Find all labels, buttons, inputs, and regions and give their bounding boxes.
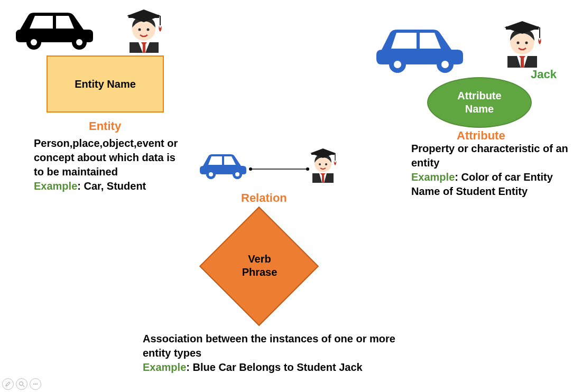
relation-line (247, 164, 311, 173)
more-icon[interactable] (30, 378, 41, 390)
svg-point-11 (209, 172, 213, 176)
zoom-icon[interactable] (16, 378, 27, 390)
car-blue-small-icon (196, 149, 248, 182)
svg-point-7 (147, 29, 150, 31)
entity-title: Entity (89, 119, 121, 133)
pen-icon[interactable] (2, 378, 14, 390)
entity-example-label: Example (34, 180, 77, 192)
entity-rectangle: Entity Name (47, 55, 164, 113)
svg-rect-21 (311, 153, 335, 155)
svg-point-24 (394, 61, 401, 68)
attribute-ellipse: Attribute Name (427, 77, 532, 128)
attribute-example-label: Example (411, 171, 455, 183)
toolbar (2, 378, 41, 390)
svg-point-29 (517, 42, 520, 44)
student-icon-1 (119, 0, 169, 55)
relation-example-text: : Blue Car Belongs to Student Jack (186, 361, 362, 373)
svg-line-34 (23, 385, 24, 387)
entity-example-text: : Car, Student (77, 180, 146, 192)
svg-point-30 (525, 42, 528, 44)
jack-label: Jack (531, 68, 557, 81)
svg-point-13 (235, 172, 239, 176)
entity-shape-label: Entity Name (75, 78, 136, 90)
svg-point-3 (76, 39, 82, 45)
svg-rect-8 (128, 15, 159, 18)
svg-point-15 (249, 167, 252, 171)
svg-point-33 (20, 382, 23, 386)
entity-description: Person,place,object,event or concept abo… (34, 136, 187, 193)
relation-title: Relation (241, 191, 287, 205)
car-black-icon (10, 4, 99, 53)
attribute-title: Attribute (457, 129, 505, 143)
relation-shape-label: Verb Phrase (241, 253, 278, 279)
relation-example-label: Example (143, 361, 186, 373)
svg-point-1 (31, 39, 37, 45)
svg-point-19 (319, 163, 321, 165)
car-blue-large-icon (370, 21, 470, 76)
svg-point-35 (33, 384, 34, 385)
svg-point-37 (36, 384, 38, 385)
attribute-description: Property or characteristic of an entity … (411, 142, 570, 199)
student-icon-2 (304, 142, 341, 185)
relation-description: Association between the instances of one… (143, 332, 396, 375)
svg-point-36 (35, 384, 36, 385)
student-icon-3 (496, 11, 549, 70)
svg-point-6 (138, 29, 141, 31)
svg-point-26 (441, 61, 449, 68)
svg-point-20 (325, 163, 327, 165)
svg-rect-31 (506, 26, 539, 30)
